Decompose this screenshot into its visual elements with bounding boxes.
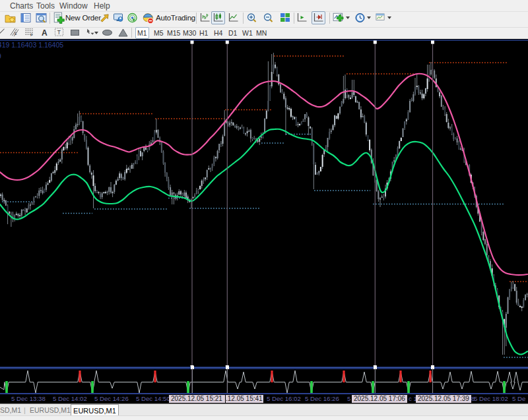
svg-text:5 Dec 16:02: 5 Dec 16:02 (267, 395, 301, 402)
svg-text:5 Dec 13:38: 5 Dec 13:38 (11, 395, 46, 402)
svg-text:F: F (30, 33, 33, 37)
svg-text:5 Dec 14:50: 5 Dec 14:50 (136, 395, 170, 402)
svg-text:E: E (15, 32, 17, 36)
svg-text:5 De: 5 De (512, 395, 525, 402)
svg-text:5 Dec 14:02: 5 Dec 14:02 (53, 395, 87, 402)
svg-text:5: 5 (347, 395, 350, 402)
svg-text:2025.12.05 17:39: 2025.12.05 17:39 (418, 395, 469, 402)
svg-text:T: T (57, 29, 61, 36)
svg-text:.12.05 15:41: .12.05 15:41 (226, 395, 263, 402)
svg-text:9: 9 (0, 52, 1, 60)
svg-text:5 Dec 14:26: 5 Dec 14:26 (94, 395, 129, 402)
svg-text:5 Dec 16:26: 5 Dec 16:26 (305, 395, 339, 402)
svg-text:2025.12.05 17:06: 2025.12.05 17:06 (354, 395, 405, 402)
svg-text:c 1: c 1 (409, 395, 417, 402)
svg-text:2025.12.05 15:21: 2025.12.05 15:21 (171, 395, 222, 402)
svg-text:6419 1.16403 1.16405: 6419 1.16403 1.16405 (0, 41, 63, 49)
svg-text:5 Dec 18:02: 5 Dec 18:02 (474, 395, 508, 402)
